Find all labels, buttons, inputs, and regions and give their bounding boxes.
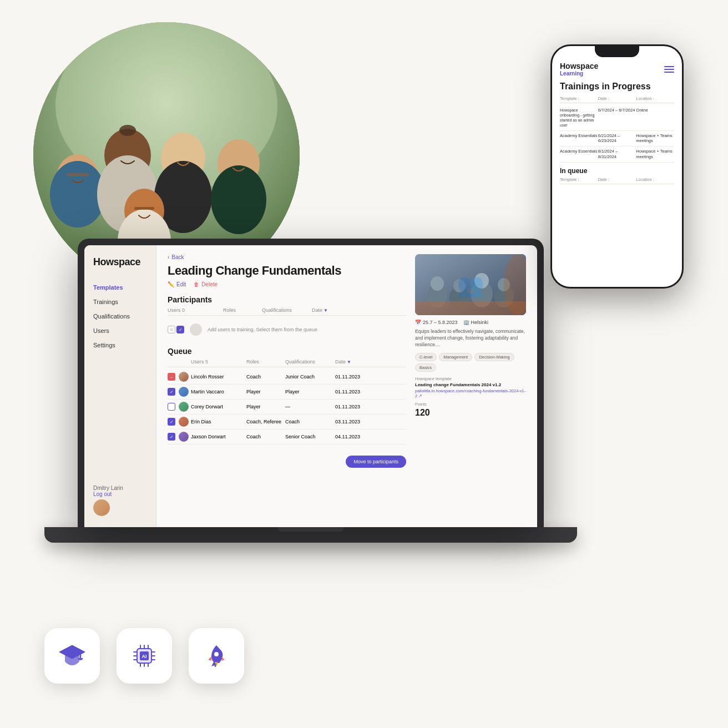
col-queue-roles: Roles xyxy=(246,359,285,365)
queue-section-title: Queue xyxy=(168,347,406,356)
training-date-meta: 📅 25.7 – 5.8.2023 xyxy=(415,320,458,325)
queue-row: – Lincoln Rosser Coach Junior Coach 01.1… xyxy=(168,370,406,385)
sidebar-avatar xyxy=(93,499,110,516)
rocket-icon-box xyxy=(189,628,244,684)
template-section: Howspace template Leading change Fundame… xyxy=(415,376,526,398)
svg-rect-14 xyxy=(134,207,154,210)
sort-icon: ▼ xyxy=(323,308,328,313)
move-to-participants-button[interactable]: Move to participants xyxy=(346,456,406,468)
sidebar-logout[interactable]: Log out xyxy=(93,491,147,497)
row-avatar-3 xyxy=(179,402,189,412)
template-url[interactable]: pallolitta.ln.howspace.com/coaching-fund… xyxy=(415,388,526,398)
phone-in-queue-label: In queue xyxy=(560,167,674,175)
svg-rect-4 xyxy=(67,173,89,176)
row-checkbox-3[interactable] xyxy=(168,403,175,411)
points-value: 120 xyxy=(415,408,526,418)
laptop-base xyxy=(44,527,577,543)
queue-row: Corey Dorwart Player — 01.11.2023 xyxy=(168,400,406,414)
row-checkbox-1[interactable]: – xyxy=(168,373,175,381)
training-location-meta: 🏢 Helsinki xyxy=(463,320,489,325)
tag-basics: Basics xyxy=(415,363,436,372)
template-label: Howspace template xyxy=(415,376,526,381)
rocket-icon xyxy=(201,641,231,671)
col-queue-users: Users 5 xyxy=(191,359,246,365)
sidebar-user-info: Dmitry Larin Log out xyxy=(93,485,147,516)
checkbox-empty-2: ✓ xyxy=(176,326,184,333)
training-photo-inner xyxy=(415,254,526,315)
graduation-cap-icon xyxy=(57,641,87,671)
row-checkbox-5[interactable]: ✓ xyxy=(168,433,175,441)
hamburger-line xyxy=(664,66,674,67)
participants-section-title: Participants xyxy=(168,295,406,304)
avatar-placeholder xyxy=(190,323,202,336)
queue-section: Queue Users 5 Roles Qualifications Date xyxy=(168,347,406,468)
hamburger-line xyxy=(664,72,674,73)
checkbox-empty-1: ✕ xyxy=(168,326,175,333)
graduation-icon-box xyxy=(44,628,100,684)
phone-table-row: Academy Essentials 6/21/2024 – 6/23/2024… xyxy=(560,131,674,147)
sidebar-item-trainings[interactable]: Trainings xyxy=(93,296,147,308)
back-arrow-icon: ‹ xyxy=(168,254,169,260)
phone-logo: Howspace Learning xyxy=(560,62,598,77)
sidebar-item-users[interactable]: Users xyxy=(93,325,147,337)
col-roles: Roles xyxy=(223,307,262,313)
queue-row: ✓ Martin Vaccaro Player Player 01.11.202… xyxy=(168,385,406,400)
svg-point-17 xyxy=(431,276,444,291)
participants-empty-state: ✕ ✓ Add users to training. Select them f… xyxy=(168,319,406,340)
phone-content: Howspace Learning Trainings in Progress … xyxy=(552,46,682,287)
location-icon: 🏢 xyxy=(463,320,469,325)
sidebar-user-name: Dmitry Larin xyxy=(93,485,147,491)
row-avatar-1 xyxy=(179,372,189,382)
tag-clevel: C-level xyxy=(415,353,437,361)
svg-point-11 xyxy=(211,165,266,234)
hamburger-menu-icon[interactable] xyxy=(664,66,674,73)
calendar-icon: 📅 xyxy=(415,320,421,325)
ai-chip-icon-box: AI xyxy=(117,628,172,684)
action-buttons: ✏️ Edit 🗑 Delete xyxy=(168,281,406,287)
phone-table-row: Howspace onboarding - getting started as… xyxy=(560,105,674,130)
delete-icon: 🗑 xyxy=(194,281,199,287)
edit-icon: ✏️ xyxy=(168,281,174,287)
template-name: Leading change Fundamentals 2024 v1.2 xyxy=(415,382,526,387)
svg-point-7 xyxy=(119,125,136,136)
phone-screen: Howspace Learning Trainings in Progress … xyxy=(552,46,682,287)
col-qualifications: Qualifications xyxy=(262,307,312,313)
row-checkbox-2[interactable]: ✓ xyxy=(168,388,175,396)
laptop-device: Howspace Templates Trainings Qualificati… xyxy=(78,239,544,527)
tag-management: Management xyxy=(439,353,472,361)
svg-point-43 xyxy=(214,652,219,656)
edit-button[interactable]: ✏️ Edit xyxy=(168,281,186,287)
svg-point-19 xyxy=(453,279,466,292)
sidebar-item-settings[interactable]: Settings xyxy=(93,339,147,351)
sidebar: Howspace Templates Trainings Qualificati… xyxy=(84,245,156,527)
queue-sort-icon: ▼ xyxy=(347,360,351,365)
checkbox-double: ✕ ✓ xyxy=(168,326,184,333)
sidebar-logo: Howspace xyxy=(93,256,147,268)
sidebar-item-templates[interactable]: Templates xyxy=(93,281,147,294)
col-date: Date ▼ xyxy=(312,307,345,313)
svg-text:AI: AI xyxy=(142,654,147,659)
participants-table-header: Users 0 Roles Qualifications Date ▼ xyxy=(168,307,406,316)
laptop-screen: Howspace Templates Trainings Qualificati… xyxy=(84,245,537,527)
sidebar-item-qualifications[interactable]: Qualifications xyxy=(93,310,147,322)
training-image xyxy=(415,254,526,315)
points-section: Points 120 xyxy=(415,402,526,418)
row-avatar-2 xyxy=(179,387,189,397)
phone-section-title: Trainings in Progress xyxy=(560,81,674,92)
queue-table-header: Users 5 Roles Qualifications Date ▼ xyxy=(168,359,406,367)
phone-in-queue-header: Template : Date : Location : xyxy=(560,177,674,184)
row-avatar-4 xyxy=(179,417,189,427)
row-checkbox-4[interactable]: ✓ xyxy=(168,418,175,426)
col-queue-date: Date ▼ xyxy=(335,359,368,365)
main-content: ‹ Back Leading Change Fundamentals ✏️ Ed… xyxy=(156,245,537,527)
tag-decision-making: Decision-Making xyxy=(474,353,514,361)
training-meta: 📅 25.7 – 5.8.2023 🏢 Helsinki xyxy=(415,320,526,325)
row-avatar-5 xyxy=(179,432,189,442)
ai-chip-icon: AI xyxy=(129,641,159,671)
back-link[interactable]: ‹ Back xyxy=(168,254,406,260)
page-title: Leading Change Fundamentals xyxy=(168,264,406,278)
points-label: Points xyxy=(415,402,526,407)
phone-table-header: Template : Date : Location : xyxy=(560,96,674,103)
bottom-icon-row: AI xyxy=(44,628,244,684)
delete-button[interactable]: 🗑 Delete xyxy=(194,281,218,287)
